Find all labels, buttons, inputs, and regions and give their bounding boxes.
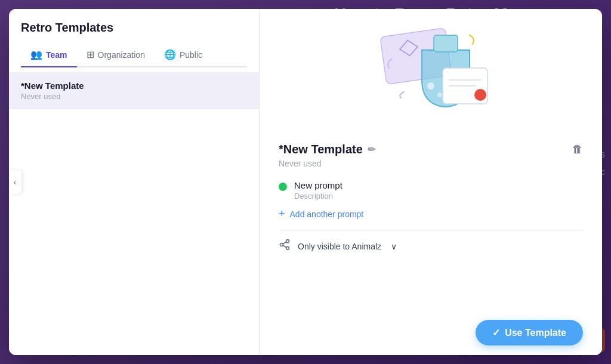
svg-point-4 [437, 92, 442, 97]
right-panel: *New Template ✏ 🗑 Never used New prompt … [260, 9, 602, 355]
svg-line-14 [283, 245, 286, 247]
panel-title: Retro Templates [21, 21, 247, 35]
template-list: *New Template Never used [9, 67, 259, 355]
template-name-text: *New Template [279, 143, 363, 156]
illustration [279, 23, 583, 131]
edit-icon[interactable]: ✏ [368, 144, 375, 155]
modal-overlay: ‹ Retro Templates 👥 Team ⊞ Organization … [0, 0, 611, 364]
add-prompt-label: Add another prompt [290, 209, 364, 219]
tab-team[interactable]: 👥 Team [21, 43, 77, 67]
left-arrow-icon: ‹ [14, 177, 17, 187]
team-icon: 👥 [30, 49, 42, 60]
divider [279, 230, 583, 230]
prompt-item: New prompt Description [279, 180, 583, 200]
tab-organization[interactable]: ⊞ Organization [77, 43, 155, 67]
template-item[interactable]: *New Template Never used [9, 72, 259, 109]
plus-icon: + [279, 208, 285, 220]
share-icon [279, 239, 291, 254]
template-title-row: *New Template ✏ 🗑 [279, 143, 583, 156]
prompt-content: New prompt Description [294, 180, 342, 200]
template-item-name: *New Template [21, 81, 247, 91]
delete-icon[interactable]: 🗑 [572, 143, 583, 156]
right-footer: ✓ Use Template [260, 310, 602, 355]
tab-team-label: Team [46, 50, 67, 60]
chevron-down-icon[interactable]: ∨ [391, 242, 397, 251]
check-icon: ✓ [492, 327, 500, 338]
svg-line-15 [283, 242, 286, 243]
template-never-used: Never used [279, 159, 583, 168]
template-item-meta: Never used [21, 92, 247, 101]
use-template-label: Use Template [505, 328, 566, 338]
use-template-button[interactable]: ✓ Use Template [476, 320, 583, 346]
svg-point-10 [474, 89, 486, 101]
globe-icon: 🌐 [164, 49, 176, 60]
add-prompt-button[interactable]: + Add another prompt [279, 208, 583, 220]
prompt-text: New prompt [294, 180, 342, 190]
template-title: *New Template ✏ [279, 143, 375, 156]
prompt-description: Description [294, 192, 342, 200]
svg-rect-2 [434, 35, 458, 52]
left-panel: Retro Templates 👥 Team ⊞ Organization 🌐 … [9, 9, 260, 355]
visibility-row: Only visible to Animalz ∨ [279, 239, 583, 254]
illustration-svg [371, 26, 490, 128]
left-arrow-button[interactable]: ‹ [9, 170, 21, 194]
tabs-container: 👥 Team ⊞ Organization 🌐 Public [21, 43, 247, 67]
organization-icon: ⊞ [87, 49, 94, 60]
tab-organization-label: Organization [98, 50, 145, 60]
prompt-dot [279, 183, 287, 191]
modal: ‹ Retro Templates 👥 Team ⊞ Organization … [9, 9, 602, 355]
visibility-text: Only visible to Animalz [298, 242, 381, 251]
svg-point-3 [427, 82, 434, 90]
tab-public-label: Public [180, 50, 202, 60]
tab-public[interactable]: 🌐 Public [155, 43, 212, 67]
right-content: *New Template ✏ 🗑 Never used New prompt … [260, 9, 602, 310]
left-header: Retro Templates 👥 Team ⊞ Organization 🌐 … [9, 9, 259, 67]
